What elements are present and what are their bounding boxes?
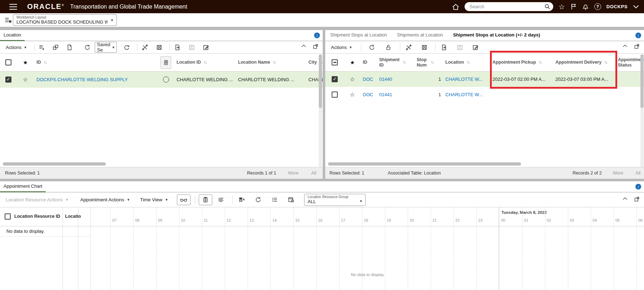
notifications-bell-icon[interactable] bbox=[582, 3, 589, 10]
help-icon[interactable]: ? bbox=[594, 3, 601, 10]
time-view-button[interactable]: Time View▾ bbox=[140, 197, 168, 202]
user-menu[interactable]: DOCKPS bbox=[606, 4, 628, 9]
unlock-icon[interactable] bbox=[383, 42, 394, 52]
new-document-icon[interactable] bbox=[64, 42, 75, 52]
tab-shipment-stops-2days[interactable]: Shipment Stops at Location (+/- 2 days) bbox=[448, 32, 545, 41]
hamburger-menu-icon[interactable] bbox=[9, 4, 17, 10]
collapse-panel-icon[interactable] bbox=[623, 44, 628, 48]
home-icon[interactable] bbox=[452, 3, 459, 10]
more-link[interactable]: More bbox=[288, 171, 298, 176]
tab-shipments[interactable]: Shipments at Location bbox=[392, 32, 448, 41]
tab-appointment-chart[interactable]: Appointment Chart bbox=[0, 183, 46, 192]
shipment-id-link[interactable]: 01441 bbox=[377, 92, 415, 97]
agenda-view-icon[interactable] bbox=[199, 195, 212, 205]
info-icon[interactable]: i bbox=[635, 33, 641, 38]
select-all-checkbox[interactable] bbox=[332, 59, 338, 65]
tab-shipment-stops[interactable]: Shipment Stops at Location bbox=[325, 32, 392, 41]
select-all-checkbox[interactable] bbox=[5, 213, 11, 220]
resource-settings-icon[interactable] bbox=[269, 195, 281, 205]
edit-icon[interactable] bbox=[200, 42, 212, 52]
all-link[interactable]: All bbox=[635, 171, 640, 176]
col-shipment-id[interactable]: Shipment ID↑↓ bbox=[377, 57, 415, 68]
location-id-link[interactable]: DOCKPS.CHARLOTTE WELDING SUPPLY bbox=[34, 77, 157, 82]
shipment-id-link[interactable]: 01440 bbox=[377, 77, 415, 82]
location-resource-group-select[interactable]: Location Resource Group ALL ▾ bbox=[304, 194, 366, 206]
favorite-column-icon[interactable]: ★ bbox=[23, 59, 28, 66]
open-in-new-window-icon[interactable] bbox=[313, 44, 318, 49]
record-indicator-icon[interactable] bbox=[163, 77, 169, 83]
tab-location[interactable]: Location bbox=[0, 32, 25, 41]
favorite-column-icon[interactable]: ★ bbox=[350, 59, 355, 66]
col-id[interactable]: ID bbox=[361, 60, 377, 65]
user-chevron-down-icon[interactable] bbox=[633, 5, 639, 9]
add-row-icon[interactable] bbox=[36, 42, 48, 52]
workbench-layout-dropdown-icon[interactable]: ▾ bbox=[108, 14, 117, 26]
preview-glasses-icon[interactable] bbox=[177, 195, 190, 205]
row-checkbox[interactable] bbox=[5, 77, 11, 83]
search-input[interactable] bbox=[470, 4, 544, 9]
col-appointment-status[interactable]: Appointment Status bbox=[616, 57, 644, 68]
favorite-star-icon[interactable]: ☆ bbox=[350, 91, 355, 98]
save-icon[interactable] bbox=[419, 42, 430, 52]
cut-unjoin-icon[interactable] bbox=[139, 42, 151, 52]
col-id[interactable]: ID↑↓ bbox=[34, 60, 157, 65]
location-link[interactable]: CHARLOTTE W... bbox=[443, 92, 490, 97]
export-document-icon[interactable] bbox=[439, 42, 450, 52]
column-divider[interactable] bbox=[78, 207, 78, 290]
col-appointment-delivery[interactable]: Appointment Delivery↑↓ bbox=[553, 60, 616, 65]
open-in-new-window-icon[interactable] bbox=[634, 44, 640, 49]
row-checkbox[interactable] bbox=[332, 76, 338, 82]
open-in-new-window-icon[interactable] bbox=[634, 196, 640, 202]
compare-grid-icon[interactable] bbox=[50, 42, 61, 52]
shipment-row-01440[interactable]: ☆ DOC 01440 1 CHARLOTTE W... 2022-03-07 … bbox=[325, 72, 644, 87]
favorite-star-icon[interactable]: ☆ bbox=[350, 76, 355, 83]
search-icon[interactable] bbox=[544, 4, 550, 10]
shipment-row-01441[interactable]: ☆ DOC 01441 1 CHARLOTTE W... bbox=[325, 87, 644, 102]
remove-resource-icon[interactable] bbox=[236, 195, 248, 205]
stop-id-link[interactable]: DOC bbox=[361, 92, 377, 97]
vertical-scrollbar[interactable] bbox=[319, 54, 322, 108]
column-divider[interactable] bbox=[63, 207, 63, 290]
workbench-layout-select[interactable]: Workbench Layout LOCATION BASED DOCK SCH… bbox=[13, 14, 108, 26]
save-icon[interactable] bbox=[154, 42, 165, 52]
export-document-icon[interactable] bbox=[172, 42, 183, 52]
flag-icon[interactable] bbox=[570, 3, 577, 10]
details-button[interactable] bbox=[160, 56, 171, 69]
col-location-resource-id[interactable]: Location Resource ID bbox=[14, 214, 60, 219]
refresh-icon[interactable] bbox=[366, 42, 378, 52]
col-location-name[interactable]: Location Name↑↓ bbox=[236, 60, 306, 65]
row-checkbox[interactable] bbox=[332, 92, 338, 98]
appointment-actions-button[interactable]: Appointment Actions▾ bbox=[80, 197, 129, 202]
col-stop-num[interactable]: Stop Num↑↓ bbox=[415, 57, 443, 68]
location-link[interactable]: CHARLOTTE W... bbox=[443, 77, 490, 82]
calendar-clock-icon[interactable] bbox=[286, 195, 297, 205]
select-all-checkbox[interactable] bbox=[5, 59, 11, 65]
horizontal-scrollbar[interactable] bbox=[328, 162, 521, 166]
col-location-id[interactable]: Location ID↑↓ bbox=[174, 60, 236, 65]
vertical-scrollbar[interactable] bbox=[640, 54, 644, 108]
horizontal-scrollbar[interactable] bbox=[3, 162, 106, 166]
favorite-star-icon[interactable]: ☆ bbox=[23, 76, 28, 83]
refresh-icon[interactable] bbox=[253, 195, 264, 205]
edit-icon[interactable] bbox=[470, 42, 481, 52]
info-icon[interactable]: i bbox=[314, 33, 320, 38]
location-actions-button[interactable]: Actions▾ bbox=[6, 45, 26, 50]
favorites-star-icon[interactable]: ☆ bbox=[559, 3, 565, 10]
shipment-actions-button[interactable]: Actions▾ bbox=[331, 45, 352, 50]
col-location[interactable]: Location↑↓ bbox=[443, 60, 490, 65]
rerun-search-icon[interactable] bbox=[121, 42, 133, 52]
refresh-icon[interactable] bbox=[82, 42, 93, 52]
all-link[interactable]: All bbox=[311, 171, 316, 176]
stop-id-link[interactable]: DOC bbox=[361, 77, 377, 82]
workbench-layout-icon[interactable] bbox=[4, 16, 11, 24]
collapse-panel-icon[interactable] bbox=[301, 44, 306, 48]
location-table-row[interactable]: ☆ DOCKPS.CHARLOTTE WELDING SUPPLY CHARLO… bbox=[0, 72, 323, 88]
hierarchy-list-icon[interactable] bbox=[216, 195, 227, 205]
col-location[interactable]: Locatio bbox=[65, 214, 81, 219]
col-appointment-pickup[interactable]: Appointment Pickup↑↓ bbox=[490, 60, 553, 65]
cut-unjoin-icon[interactable] bbox=[403, 42, 415, 52]
info-icon[interactable]: i bbox=[635, 184, 641, 190]
more-link[interactable]: More bbox=[613, 171, 623, 176]
saved-search-button[interactable]: Saved Se▾ bbox=[95, 42, 117, 53]
collapse-panel-icon[interactable] bbox=[623, 197, 628, 200]
